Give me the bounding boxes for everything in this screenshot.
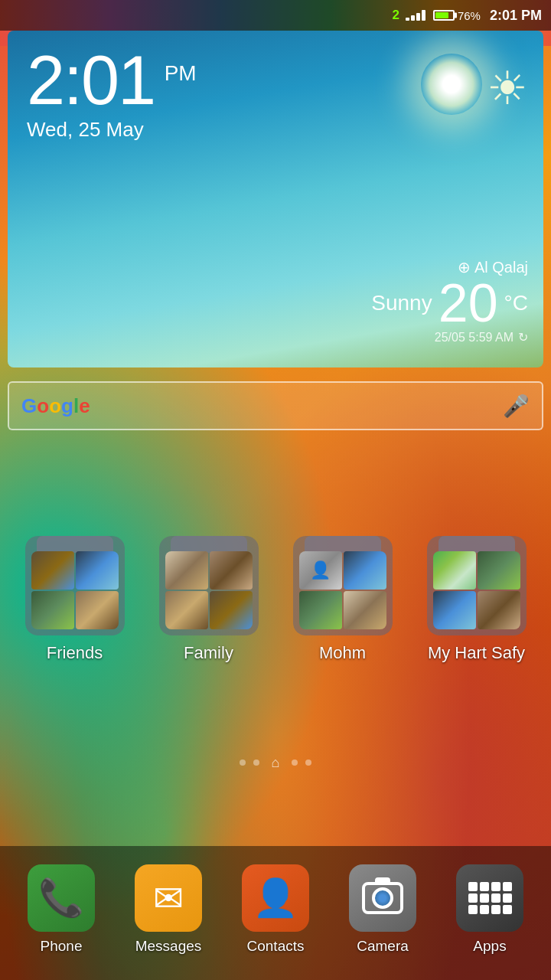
folder-photo-3 (299, 591, 342, 629)
signal-bar-3 (416, 13, 420, 21)
status-time: 2:01 PM (490, 8, 542, 24)
contacts-person-icon: 👤 (253, 877, 298, 920)
folder-photo-4 (344, 591, 386, 629)
signal-strength (406, 10, 425, 21)
weather-updated: 25/05 5:59 AM ↻ (371, 330, 528, 345)
weather-time: 2:01 (27, 42, 155, 119)
dock-contacts[interactable]: 👤 Contacts (233, 864, 318, 955)
page-dot-2 (253, 760, 259, 766)
weather-temp-row: Sunny 20 °C (371, 276, 528, 330)
camera-icon-container[interactable] (349, 864, 416, 932)
signal-bar-4 (422, 10, 425, 21)
folder-photo-1 (433, 551, 476, 590)
folder-photos (165, 551, 253, 629)
folder-photo-2 (76, 551, 119, 590)
messages-icon[interactable]: ✉ (135, 864, 202, 932)
folder-photo-4 (210, 591, 253, 629)
dock-phone-label: Phone (41, 938, 83, 955)
weather-info: ⊕ Al Qalaj Sunny 20 °C 25/05 5:59 AM ↻ (371, 258, 528, 345)
weather-condition: Sunny (371, 291, 432, 315)
camera-lens (372, 887, 393, 909)
folder-photo-2 (344, 551, 386, 590)
weather-unit: °C (504, 291, 528, 315)
weather-ampm: PM (165, 61, 197, 86)
folder-photos (433, 551, 520, 629)
folder-friends[interactable]: Friends (14, 536, 136, 663)
weather-sun (421, 54, 482, 115)
dock-contacts-label: Contacts (247, 938, 305, 955)
phone-icon[interactable]: 📞 (28, 864, 95, 932)
folder-tab (37, 536, 113, 553)
folder-family[interactable]: Family (148, 536, 270, 663)
weather-widget: 2:01 PM Wed, 25 May ☀ ⊕ Al Qalaj Sunny 2… (8, 31, 543, 368)
dock-messages-label: Messages (135, 938, 202, 955)
camera-icon (362, 882, 403, 914)
battery-icon (433, 10, 455, 21)
battery-fill (435, 12, 448, 18)
page-dot-1 (240, 760, 246, 766)
battery-container: 76% (433, 9, 481, 22)
folder-photo-3 (31, 591, 74, 629)
voice-search-icon[interactable]: 🎤 (503, 394, 530, 419)
dock-messages[interactable]: ✉ Messages (126, 864, 210, 955)
page-dots: ⌂ (0, 754, 551, 771)
folder-myhartsamfy[interactable]: My Hart Safy (416, 536, 538, 663)
signal-bar-2 (411, 15, 415, 21)
folder-friends-icon[interactable] (25, 536, 125, 635)
search-bar[interactable]: Google 🎤 (8, 381, 543, 430)
weather-updated-text: 25/05 5:59 AM (435, 331, 514, 345)
page-dot-3 (292, 760, 298, 766)
dock-camera-label: Camera (357, 938, 409, 955)
folder-friends-label: Friends (47, 643, 103, 663)
dock-camera[interactable]: Camera (341, 864, 425, 955)
weather-clock: 2:01 PM Wed, 25 May (27, 46, 197, 142)
google-logo: Google (21, 394, 90, 418)
folder-tab (305, 536, 381, 553)
folder-mohm[interactable]: 👤 Mohm (282, 536, 404, 663)
app-folders: Friends Family 👤 Mohm (0, 536, 551, 663)
folder-photo-1 (165, 551, 208, 590)
folder-photo-2 (478, 551, 520, 590)
folder-photo-3 (165, 591, 208, 629)
dock-phone[interactable]: 📞 Phone (19, 864, 103, 955)
folder-photos: 👤 (299, 551, 386, 629)
folder-photo-1: 👤 (299, 551, 342, 590)
folder-photo-4 (478, 591, 520, 629)
apps-grid-icon (468, 882, 512, 914)
folder-family-icon[interactable] (159, 536, 259, 635)
folder-family-label: Family (184, 643, 233, 663)
home-screen-indicator: ⌂ (267, 754, 284, 771)
refresh-icon[interactable]: ↻ (518, 330, 528, 345)
battery-percent: 76% (458, 9, 481, 22)
folder-tab (439, 536, 515, 553)
folder-photo-3 (433, 591, 476, 629)
sim-number: 2 (392, 8, 399, 23)
dock-apps[interactable]: Apps (448, 864, 532, 955)
messages-envelope-icon: ✉ (153, 877, 184, 920)
phone-handset-icon: 📞 (38, 877, 84, 920)
apps-icon-container[interactable] (456, 864, 523, 932)
folder-tab (171, 536, 247, 553)
folder-myhartsamfy-icon[interactable] (427, 536, 527, 635)
weather-time-display: 2:01 PM (27, 46, 197, 115)
page-dot-4 (305, 760, 311, 766)
signal-bar-1 (406, 18, 409, 21)
folder-myhartsamfy-label: My Hart Safy (428, 643, 525, 663)
folder-mohm-label: Mohm (319, 643, 366, 663)
folder-photo-4 (76, 591, 119, 629)
folder-photo-1 (31, 551, 74, 590)
folder-mohm-icon[interactable]: 👤 (293, 536, 393, 635)
weather-temperature: 20 (439, 276, 498, 330)
weather-date: Wed, 25 May (27, 118, 197, 142)
contacts-icon[interactable]: 👤 (242, 864, 309, 932)
folder-photo-2 (210, 551, 253, 590)
status-bar: 2 76% 2:01 PM (0, 0, 551, 31)
dock-apps-label: Apps (473, 938, 506, 955)
folder-photos (31, 551, 119, 629)
dock: 📞 Phone ✉ Messages 👤 Contacts Camera (0, 846, 551, 980)
sun-icon: ☀ (487, 61, 528, 115)
